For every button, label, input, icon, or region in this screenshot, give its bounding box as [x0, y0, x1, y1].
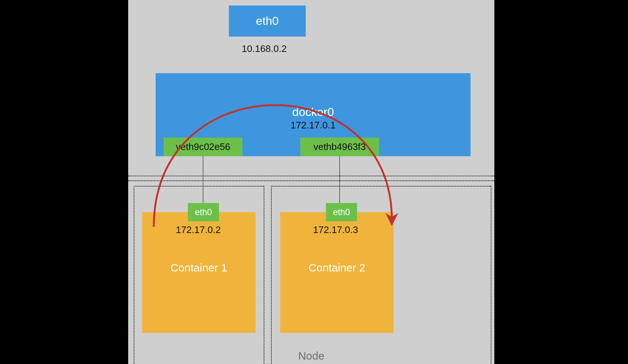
host-eth0-box: eth0 [229, 5, 306, 37]
c1-ns-top [134, 186, 264, 187]
container-2-ip-text: 172.17.0.3 [313, 224, 358, 235]
container-2-eth0-label: eth0 [333, 207, 350, 217]
rootns-line-1 [128, 176, 494, 176]
container-2-label: Container 2 [308, 262, 365, 274]
container-1-eth0-label: eth0 [195, 207, 212, 217]
node-box: eth0 10.168.0.2 docker0 172.17.0.1 veth9… [128, 0, 494, 364]
container-2-eth0-box: eth0 [326, 203, 357, 221]
link-right [339, 156, 340, 204]
c1-ns-left [134, 186, 134, 364]
veth-right-label: vethb4963f3 [313, 141, 366, 153]
veth-left-label: veth9c02e56 [176, 141, 230, 153]
docker0-ip: 172.17.0.1 [156, 120, 471, 131]
diagram-stage: eth0 10.168.0.2 docker0 172.17.0.1 veth9… [0, 0, 628, 364]
host-eth0-label: eth0 [256, 14, 279, 28]
link-left [203, 156, 203, 204]
veth-right-box: vethb4963f3 [300, 138, 379, 156]
docker0-name: docker0 [156, 105, 471, 119]
host-eth0-ip: 10.168.0.2 [242, 43, 287, 55]
veth-left-box: veth9c02e56 [164, 138, 242, 156]
host-eth0-ip-text: 10.168.0.2 [242, 43, 287, 54]
c2-ns-right [491, 186, 491, 364]
container-2-ip: 172.17.0.3 [313, 224, 358, 236]
node-label-text: Node [298, 350, 324, 362]
c2-ns-top [271, 186, 491, 187]
c1-ns-right [264, 186, 264, 364]
container-1-ip-text: 172.17.0.2 [176, 224, 221, 235]
rootns-line-2 [128, 180, 494, 181]
container-1-ip: 172.17.0.2 [176, 224, 221, 236]
c2-ns-left [271, 186, 272, 364]
container-1-label: Container 1 [170, 262, 227, 274]
node-label: Node [128, 350, 494, 362]
container-1-eth0-box: eth0 [188, 203, 219, 221]
